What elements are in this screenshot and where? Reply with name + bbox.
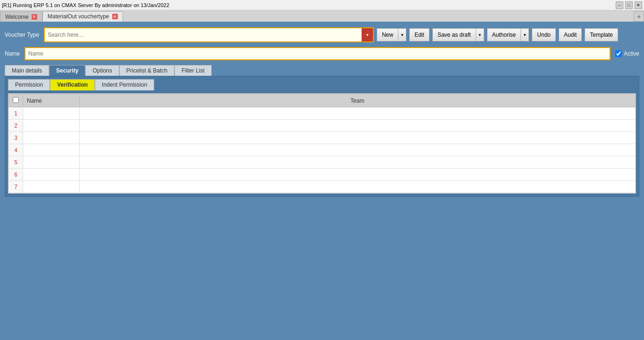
- row-name-cell[interactable]: [23, 181, 80, 193]
- toolbar: Voucher Type ▼ New ▼ Edit Save as draft …: [5, 27, 639, 42]
- tab-welcome-close[interactable]: ✕: [32, 14, 37, 20]
- table-row: 5: [9, 156, 636, 169]
- search-dropdown-button[interactable]: ▼: [362, 28, 373, 41]
- search-container: ▼: [44, 27, 374, 42]
- sub-tab-verification[interactable]: Verification: [50, 79, 95, 90]
- table-row: 6: [9, 169, 636, 181]
- row-team-cell[interactable]: [80, 169, 636, 181]
- new-dropdown-button[interactable]: ▼: [398, 28, 406, 41]
- search-input[interactable]: [45, 28, 362, 41]
- tab-welcome-label: Welcome: [5, 14, 29, 20]
- authorise-button[interactable]: Authorise: [487, 28, 521, 41]
- row-team-cell[interactable]: [80, 107, 636, 120]
- row-name-cell[interactable]: [23, 156, 80, 169]
- title-text: [R1] Running ERP 5.1 on CMAX Server By a…: [2, 2, 169, 8]
- table-row: 7: [9, 181, 636, 193]
- table-row: 3: [9, 132, 636, 144]
- row-name-cell[interactable]: [23, 120, 80, 132]
- table-row: 1: [9, 107, 636, 120]
- tab-welcome[interactable]: Welcome ✕: [0, 11, 42, 22]
- table-row: 4: [9, 144, 636, 156]
- authorise-dropdown-button[interactable]: ▼: [520, 28, 529, 41]
- name-row: Name Active: [5, 47, 639, 60]
- close-window-button[interactable]: ✕: [635, 1, 642, 9]
- name-label: Name: [5, 50, 20, 57]
- main-tabs: Main details Security Options Pricelist …: [5, 65, 639, 76]
- row-number: 4: [9, 144, 23, 156]
- active-checkbox[interactable]: [615, 50, 622, 57]
- sub-tab-indent-permission[interactable]: Indent Permission: [95, 79, 154, 90]
- sub-tab-permission[interactable]: Permission: [8, 79, 50, 90]
- authorise-button-split: Authorise ▼: [487, 28, 529, 41]
- window-controls: − □ ✕: [616, 1, 642, 9]
- main-content: Voucher Type ▼ New ▼ Edit Save as draft …: [0, 23, 644, 202]
- row-name-cell[interactable]: [23, 144, 80, 156]
- tab-pricelist-batch[interactable]: Pricelist & Batch: [119, 65, 174, 76]
- tab-options[interactable]: Options: [85, 65, 119, 76]
- audit-button[interactable]: Audit: [559, 28, 582, 41]
- row-number: 1: [9, 107, 23, 120]
- tab-materialout-close[interactable]: ✕: [112, 14, 118, 19]
- name-input[interactable]: [25, 47, 611, 60]
- tab-bar: Welcome ✕ MaterialOut vouchertype ✕ +: [0, 10, 644, 23]
- row-name-cell[interactable]: [23, 169, 80, 181]
- row-number: 5: [9, 156, 23, 169]
- content-panel: Permission Verification Indent Permissio…: [5, 76, 639, 197]
- row-team-cell[interactable]: [80, 181, 636, 193]
- minimize-button[interactable]: −: [616, 1, 623, 9]
- undo-button[interactable]: Undo: [532, 28, 556, 41]
- col-checkbox: [9, 94, 23, 107]
- save-draft-button[interactable]: Save as draft: [432, 28, 476, 41]
- row-number: 3: [9, 132, 23, 144]
- edit-button[interactable]: Edit: [409, 28, 429, 41]
- select-all-checkbox[interactable]: [13, 97, 19, 103]
- title-bar: [R1] Running ERP 5.1 on CMAX Server By a…: [0, 0, 644, 10]
- new-button[interactable]: New: [377, 28, 398, 41]
- voucher-type-label: Voucher Type: [5, 32, 39, 38]
- save-draft-dropdown-button[interactable]: ▼: [476, 28, 484, 41]
- sub-tabs: Permission Verification Indent Permissio…: [5, 76, 639, 90]
- save-draft-button-split: Save as draft ▼: [432, 28, 484, 41]
- row-name-cell[interactable]: [23, 107, 80, 120]
- tab-security[interactable]: Security: [49, 65, 85, 76]
- row-number: 2: [9, 120, 23, 132]
- row-name-cell[interactable]: [23, 132, 80, 144]
- active-checkbox-area: Active: [615, 50, 639, 57]
- tab-materialout-label: MaterialOut vouchertype: [48, 13, 109, 20]
- template-button[interactable]: Template: [585, 28, 618, 41]
- new-button-split: New ▼: [377, 28, 406, 41]
- row-team-cell[interactable]: [80, 132, 636, 144]
- row-number: 7: [9, 181, 23, 193]
- tab-main-details[interactable]: Main details: [5, 65, 49, 76]
- row-number: 6: [9, 169, 23, 181]
- row-team-cell[interactable]: [80, 120, 636, 132]
- row-team-cell[interactable]: [80, 144, 636, 156]
- row-team-cell[interactable]: [80, 156, 636, 169]
- add-tab-button[interactable]: +: [634, 11, 644, 22]
- col-team: Team: [80, 94, 636, 107]
- maximize-button[interactable]: □: [625, 1, 633, 9]
- tab-materialout[interactable]: MaterialOut vouchertype ✕: [42, 11, 123, 22]
- table-row: 2: [9, 120, 636, 132]
- data-table-container: Name Team 1 2 3 4 5 6 7: [8, 93, 636, 194]
- data-table: Name Team 1 2 3 4 5 6 7: [8, 94, 636, 193]
- active-label: Active: [624, 50, 639, 57]
- col-name: Name: [23, 94, 80, 107]
- tab-filter-list[interactable]: Filter List: [174, 65, 212, 76]
